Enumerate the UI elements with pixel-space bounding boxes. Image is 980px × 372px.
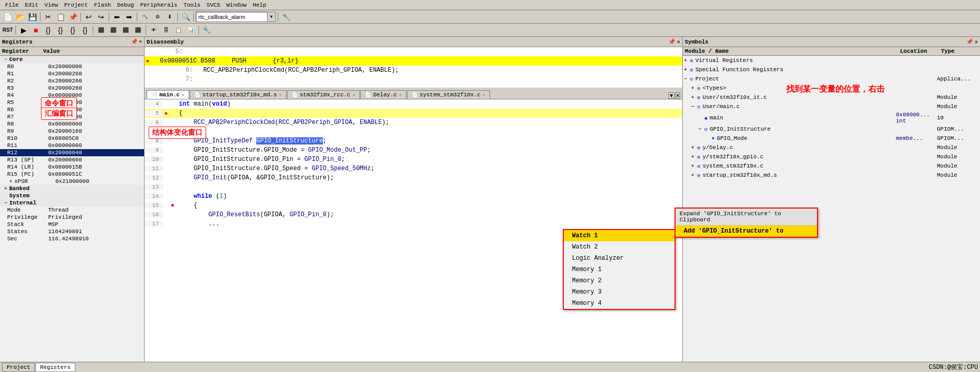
- rebuild-btn[interactable]: ⚙: [152, 11, 163, 23]
- back-btn[interactable]: ⬅: [111, 11, 122, 23]
- ctx-watch2[interactable]: Watch 2: [564, 241, 675, 253]
- tab-startup-close[interactable]: ✕: [279, 92, 281, 98]
- cut-btn[interactable]: ✂: [43, 11, 54, 23]
- reg-row-r10[interactable]: R100x08005C0: [0, 135, 144, 142]
- menu-help[interactable]: Help: [250, 1, 269, 9]
- new-btn[interactable]: 📄: [2, 11, 13, 23]
- expand-to-clipboard-btn[interactable]: Expand 'GPIO_InitStructure' to Clipboard: [676, 209, 817, 225]
- reg-row-banked[interactable]: + Banked: [0, 185, 144, 192]
- project-expand[interactable]: −: [684, 76, 690, 82]
- sfr-expand[interactable]: +: [684, 67, 690, 73]
- reg-row-r9[interactable]: R90x20000160: [0, 128, 144, 135]
- reg-row-sec[interactable]: Sec116.42498910: [0, 235, 144, 242]
- tab-startup[interactable]: 📄 startup_stm32f10x_md.s ✕: [190, 90, 287, 99]
- menu-svcs[interactable]: SVCS: [203, 1, 223, 9]
- menu-tools[interactable]: Tools: [180, 1, 203, 9]
- stop-btn[interactable]: ■: [30, 25, 42, 36]
- ctx-memory3[interactable]: Memory 3: [564, 286, 675, 298]
- memory-window-btn[interactable]: 🗄: [160, 25, 172, 36]
- sym-row-startup[interactable]: + ⊕ startup_stm32f10x_md.s Module: [683, 171, 980, 180]
- registers-pin-icon[interactable]: 📌: [131, 38, 138, 45]
- menu-edit[interactable]: Edit: [22, 1, 41, 9]
- sym-row-gpio-c[interactable]: + ⊕ y/stm32f10x_gpio.c Module: [683, 152, 980, 161]
- ctx-watch1[interactable]: Watch 1: [564, 230, 675, 241]
- tab-delay-close[interactable]: ✕: [399, 92, 401, 98]
- download-btn[interactable]: ⬇: [164, 11, 175, 23]
- menu-peripherals[interactable]: Peripherals: [137, 1, 180, 9]
- tab-delay[interactable]: 📄 Delay.c ✕: [360, 90, 406, 99]
- sym-row-gpio-mode[interactable]: ● GPIO_Mode membe... GPIOM...: [683, 134, 980, 143]
- banked-expand[interactable]: +: [2, 186, 9, 192]
- sym-row-virtual-regs[interactable]: + ⊕ Virtual Registers: [683, 56, 980, 65]
- menu-project[interactable]: Project: [61, 1, 91, 9]
- breakpoint2-btn[interactable]: ⬛: [108, 25, 119, 36]
- reg-row-r12[interactable]: R120x20000040: [0, 149, 144, 156]
- delay-expand[interactable]: +: [691, 144, 697, 151]
- target-input[interactable]: [196, 12, 268, 22]
- close-all-tabs-btn[interactable]: ✕: [675, 92, 680, 99]
- breakpoint1-btn[interactable]: ⬛: [95, 25, 107, 36]
- step-into-btn[interactable]: {}: [43, 25, 54, 36]
- settings-btn[interactable]: 🔧: [201, 25, 212, 36]
- copy-btn[interactable]: 📋: [55, 11, 66, 23]
- run-to-btn[interactable]: {}: [79, 25, 91, 36]
- menu-debug[interactable]: Debug: [114, 1, 137, 9]
- watch-window-btn[interactable]: 👁: [148, 25, 159, 36]
- reg-row-privilege[interactable]: PrivilegePrivileged: [0, 214, 144, 221]
- tab-system[interactable]: 📄 system_stm32f10x.c ✕: [407, 90, 490, 99]
- menu-flash[interactable]: Flash: [91, 1, 114, 9]
- forward-btn[interactable]: ➡: [124, 11, 135, 23]
- ctx-memory1[interactable]: Memory 1: [564, 264, 675, 275]
- startup-expand[interactable]: +: [691, 172, 697, 178]
- breakpoint3-btn[interactable]: ⬛: [120, 25, 131, 36]
- gpio-c-expand[interactable]: +: [691, 154, 697, 160]
- reg-row-r8[interactable]: R80x00000000: [0, 120, 144, 128]
- virtual-regs-expand[interactable]: +: [684, 57, 690, 64]
- symbols-pin-icon[interactable]: 📌: [966, 38, 973, 45]
- disasm-btn[interactable]: 📋: [173, 25, 184, 36]
- internal-expand[interactable]: −: [2, 200, 9, 206]
- menu-view[interactable]: View: [42, 1, 61, 9]
- system-c-expand[interactable]: +: [691, 163, 697, 169]
- target-combo[interactable]: ▼: [196, 12, 276, 22]
- disasm-pin-icon[interactable]: 📌: [668, 38, 676, 45]
- sym-row-gpio-struct[interactable]: − ⊖ GPIO_InitStructure GPIOM...: [683, 125, 980, 134]
- menu-file[interactable]: File: [2, 1, 22, 9]
- sym-row-sfr[interactable]: + ⊕ Special Function Registers: [683, 65, 980, 74]
- sym-row-project[interactable]: − ⊖ Project Applica...: [683, 74, 980, 84]
- run-btn[interactable]: ▶: [18, 25, 29, 36]
- sym-row-system-c[interactable]: + ⊕ system_stm32f10x.c Module: [683, 161, 980, 171]
- tab-registers[interactable]: Registers: [35, 363, 75, 372]
- tab-system-close[interactable]: ✕: [483, 92, 485, 98]
- symbols-close-btn[interactable]: ✕: [974, 38, 978, 45]
- menu-window[interactable]: Window: [223, 1, 250, 9]
- sym-row-main-c[interactable]: − ⊖ User/main.c Module: [683, 102, 980, 111]
- reg-row-stack[interactable]: StackMSP: [0, 221, 144, 228]
- reg-row-r15[interactable]: R15 (PC)0x0800051C: [0, 171, 144, 178]
- reg-row-r13[interactable]: R13 (SP)0x20000660: [0, 156, 144, 163]
- reg-row-mode[interactable]: ModeThread: [0, 206, 144, 214]
- reg-row-r2[interactable]: R20x20000260: [0, 77, 144, 85]
- options-btn[interactable]: 🔧: [280, 11, 292, 23]
- reg-row-states[interactable]: States1164249891: [0, 228, 144, 235]
- reg-row-core[interactable]: − Core: [0, 56, 144, 63]
- reg-row-r0[interactable]: R00x20000000: [0, 63, 144, 70]
- combo-dropdown-btn[interactable]: ▼: [268, 12, 276, 22]
- reg-row-xpsr[interactable]: + xPSR0x21000000: [0, 178, 144, 185]
- tab-rcc[interactable]: 📄 stm32f10x_rcc.c ✕: [287, 90, 360, 99]
- tab-main-c[interactable]: 📄 main.c ✕: [147, 90, 189, 99]
- step-over-btn[interactable]: {}: [55, 25, 66, 36]
- main-c-expand[interactable]: −: [691, 104, 697, 110]
- reg-row-r14[interactable]: R14 (LR)0x0800015B: [0, 163, 144, 171]
- reg-row-r1[interactable]: R10x20000260: [0, 70, 144, 77]
- add-to-btn[interactable]: Add 'GPIO_InitStructure' to: [676, 225, 817, 237]
- perf-btn[interactable]: 📊: [185, 25, 196, 36]
- reg-row-r3[interactable]: R30x20000260: [0, 85, 144, 92]
- reg-row-r11[interactable]: R110x00000000: [0, 142, 144, 149]
- types-expand[interactable]: +: [691, 85, 697, 91]
- reg-row-internal[interactable]: − Internal: [0, 199, 144, 206]
- it-expand[interactable]: +: [691, 94, 697, 100]
- xpsr-expand[interactable]: +: [7, 179, 14, 184]
- open-btn[interactable]: 📂: [14, 11, 26, 23]
- redo-btn[interactable]: ↪: [95, 11, 107, 23]
